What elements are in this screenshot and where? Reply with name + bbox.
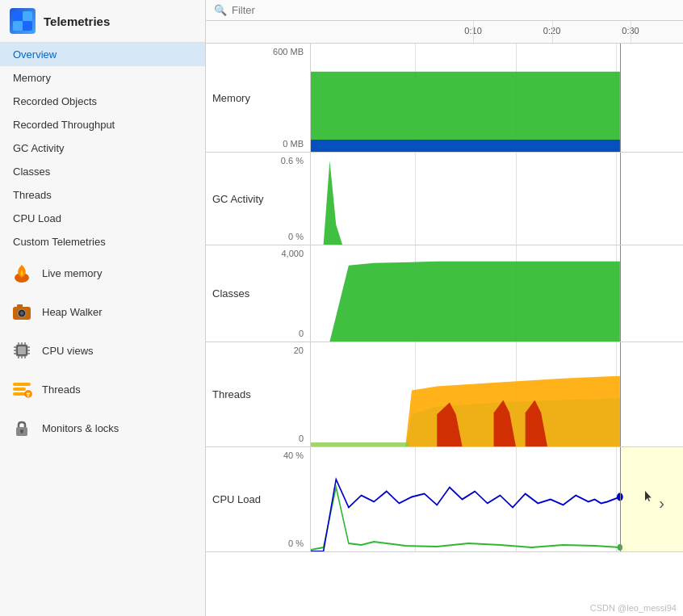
classes-y-max: 4,000 (212, 249, 304, 258)
cpu-label: CPU Load (212, 493, 261, 505)
sidebar-section-heap-walker[interactable]: Heap Walker (0, 292, 205, 331)
sidebar-item-memory[interactable]: Memory (0, 66, 205, 90)
gc-y-min: 0 % (212, 232, 304, 241)
svg-point-9 (21, 312, 23, 315)
threads-y-max: 20 (212, 346, 304, 355)
sidebar-item-classes[interactable]: Classes (0, 160, 205, 183)
watermark: CSDN @leo_messi94 (590, 603, 677, 613)
sidebar-item-gc-activity[interactable]: GC Activity (0, 136, 205, 160)
sidebar-section-cpu-views[interactable]: CPU views (0, 331, 205, 370)
svg-rect-24 (13, 383, 31, 386)
app-icon (10, 8, 36, 34)
threads-y-min: 0 (212, 434, 304, 443)
svg-marker-35 (311, 262, 620, 342)
chart-area: 600 MB Memory 0 MB (206, 44, 683, 616)
chart-row-threads: 20 Threads 0 (206, 342, 683, 447)
cpu-y-max: 40 % (212, 450, 304, 460)
chart-row-classes: 4,000 Classes 0 (206, 245, 683, 342)
main-content: 🔍 0:10 0:20 0:30 600 MB Memory 0 MB (206, 0, 683, 616)
svg-rect-11 (18, 346, 26, 354)
heap-walker-icon (10, 300, 34, 324)
memory-y-max: 600 MB (212, 47, 304, 57)
svg-rect-2 (13, 21, 23, 31)
sidebar-item-cpu-load[interactable]: CPU Load (0, 207, 205, 230)
chart-row-cpu: 40 % CPU Load 0 % › (206, 447, 683, 552)
sidebar-item-overview[interactable]: Overview (0, 43, 205, 66)
gc-label: GC Activity (212, 193, 264, 205)
svg-rect-25 (13, 388, 26, 391)
svg-text:T: T (27, 392, 31, 398)
sidebar-item-threads[interactable]: Threads (0, 183, 205, 207)
monitors-locks-icon (10, 416, 34, 440)
svg-rect-41 (311, 442, 409, 446)
sidebar-item-custom-telemetries[interactable]: Custom Telemetries (0, 230, 205, 254)
cpu-y-min: 0 % (212, 538, 304, 548)
live-memory-icon (10, 261, 34, 285)
chart-row-gc: 0.6 % GC Activity 0 % (206, 153, 683, 245)
classes-y-min: 0 (212, 329, 304, 338)
sidebar-section-monitors-locks[interactable]: Monitors & locks (0, 409, 205, 447)
search-icon: 🔍 (214, 4, 227, 16)
memory-y-min: 0 MB (212, 139, 304, 149)
x-axis-bar: 0:10 0:20 0:30 (206, 21, 683, 44)
threads-section-icon: T (10, 377, 34, 401)
chart-row-memory: 600 MB Memory 0 MB (206, 44, 683, 153)
svg-rect-6 (17, 304, 23, 308)
filter-input[interactable] (232, 4, 393, 16)
svg-marker-34 (311, 161, 683, 245)
threads-label: Threads (212, 388, 251, 400)
filter-bar: 🔍 (206, 0, 683, 21)
sidebar: Telemetries Overview Memory Recorded Obj… (0, 0, 206, 616)
svg-rect-3 (23, 21, 32, 31)
app-title: Telemetries (44, 15, 110, 28)
svg-rect-0 (13, 11, 23, 21)
gc-y-max: 0.6 % (212, 156, 304, 166)
sidebar-section-live-memory[interactable]: Live memory (0, 254, 205, 292)
memory-label: Memory (212, 92, 250, 104)
classes-label: Classes (212, 287, 249, 300)
app-header: Telemetries (0, 0, 205, 43)
sidebar-item-recorded-throughput[interactable]: Recorded Throughput (0, 113, 205, 136)
sidebar-item-recorded-objects[interactable]: Recorded Objects (0, 90, 205, 113)
sidebar-section-threads[interactable]: T Threads (0, 370, 205, 409)
svg-marker-33 (311, 140, 620, 152)
svg-rect-1 (23, 11, 32, 21)
cpu-views-icon (10, 338, 34, 362)
sidebar-nav: Overview Memory Recorded Objects Recorde… (0, 43, 205, 616)
